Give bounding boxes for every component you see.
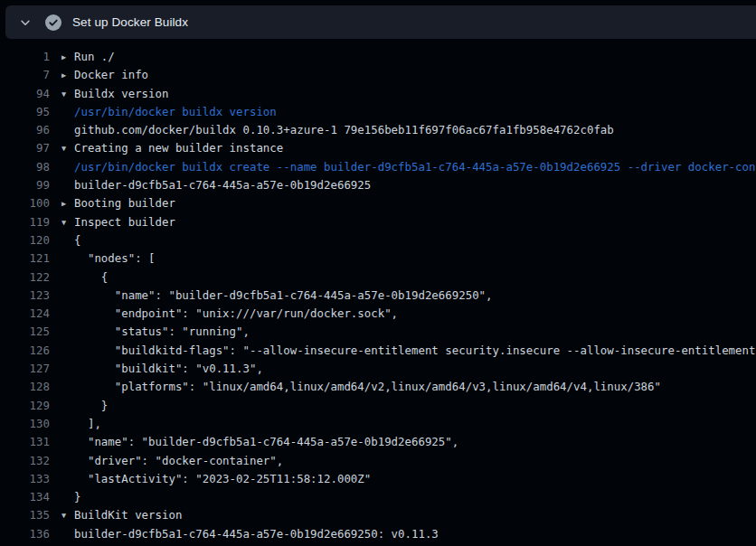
step-header[interactable]: Set up Docker Buildx (5, 5, 756, 39)
log-line: 121 "nodes": [ (0, 249, 756, 268)
group-toggle-arrow (61, 305, 74, 323)
log-line-number[interactable]: 135 (0, 506, 50, 524)
group-expand-arrow[interactable]: ▶ (61, 48, 74, 66)
log-line-text: /usr/bin/docker buildx create --name bui… (74, 158, 756, 176)
log-line: 128 "platforms": "linux/amd64,linux/amd6… (0, 378, 756, 396)
group-collapse-arrow[interactable]: ▼ (61, 213, 74, 231)
log-line: 124 "endpoint": "unix:///var/run/docker.… (0, 305, 756, 323)
log-line-text: "status": "running", (74, 323, 250, 341)
log-line-text: } (74, 488, 80, 506)
group-toggle-arrow (61, 342, 74, 360)
group-toggle-arrow (61, 397, 74, 415)
log-line: 95 /usr/bin/docker buildx version (0, 103, 756, 121)
group-expand-arrow[interactable]: ▶ (61, 66, 74, 84)
log-line-number[interactable]: 100 (0, 194, 50, 212)
log-line-number[interactable]: 97 (0, 139, 50, 157)
log-line-number[interactable]: 95 (0, 103, 50, 121)
group-toggle-arrow (61, 323, 74, 341)
log-line-number[interactable]: 126 (0, 342, 50, 360)
log-line-number[interactable]: 125 (0, 323, 50, 341)
group-toggle-arrow (61, 158, 74, 176)
log-line-text: "platforms": "linux/amd64,linux/amd64/v2… (74, 378, 661, 396)
log-line-text: } (74, 397, 108, 415)
group-toggle-arrow (61, 378, 74, 396)
log-line-text: github.com/docker/buildx 0.10.3+azure-1 … (74, 121, 614, 139)
group-collapse-arrow[interactable]: ▼ (61, 506, 74, 524)
log-line: 120 { (0, 231, 756, 249)
log-line-number[interactable]: 121 (0, 249, 50, 268)
log-line: 100 ▶ Booting builder (0, 194, 756, 212)
log-line: 94 ▼ Buildx version (0, 85, 756, 103)
log-line-number[interactable]: 130 (0, 415, 50, 433)
log-line-text: Buildx version (74, 85, 168, 103)
log-line-text: Creating a new builder instance (74, 139, 283, 157)
log-line-number[interactable]: 122 (0, 268, 50, 287)
group-toggle-arrow (61, 268, 74, 287)
log-line-number[interactable]: 129 (0, 397, 50, 415)
group-toggle-arrow (61, 415, 74, 433)
log-line-text: "name": "builder-d9cfb5a1-c764-445a-a57e… (74, 287, 493, 305)
log-line-text: "nodes": [ (74, 249, 156, 268)
group-toggle-arrow (61, 231, 74, 249)
log-line-text: "buildkit": "v0.11.3", (74, 360, 263, 378)
log-line-number[interactable]: 94 (0, 85, 50, 103)
log-line-number[interactable]: 96 (0, 121, 50, 139)
log-line-text: "name": "builder-d9cfb5a1-c764-445a-a57e… (74, 433, 458, 451)
chevron-down-icon[interactable] (18, 15, 33, 30)
group-toggle-arrow (61, 470, 74, 488)
log-line-number[interactable]: 124 (0, 305, 50, 323)
log-line-text: Run ./ (74, 48, 115, 66)
log-line-number[interactable]: 128 (0, 378, 50, 396)
group-toggle-arrow (61, 452, 74, 470)
log-line: 7 ▶ Docker info (0, 66, 756, 84)
log-line-number[interactable]: 133 (0, 470, 50, 488)
log-line: 122 { (0, 268, 756, 287)
log-line-number[interactable]: 131 (0, 433, 50, 451)
log-line-text: "lastActivity": "2023-02-25T11:58:12.000… (74, 470, 371, 488)
log-line-number[interactable]: 134 (0, 488, 50, 506)
log-line-number[interactable]: 1 (0, 48, 50, 66)
log-line-number[interactable]: 120 (0, 231, 50, 249)
log-line-text: Booting builder (74, 194, 175, 212)
log-line: 96 github.com/docker/buildx 0.10.3+azure… (0, 121, 756, 139)
log-line-text: /usr/bin/docker buildx version (74, 103, 277, 121)
log-line-number[interactable]: 127 (0, 360, 50, 378)
log-line: 134 } (0, 488, 756, 506)
log-line: 123 "name": "builder-d9cfb5a1-c764-445a-… (0, 287, 756, 305)
log-line: 126 "buildkitd-flags": "--allow-insecure… (0, 342, 756, 360)
log-line: 133 "lastActivity": "2023-02-25T11:58:12… (0, 470, 756, 488)
log-line-text: "buildkitd-flags": "--allow-insecure-ent… (74, 342, 756, 360)
log-line: 127 "buildkit": "v0.11.3", (0, 360, 756, 378)
log-line: 136 builder-d9cfb5a1-c764-445a-a57e-0b19… (0, 525, 756, 543)
log-line: 135 ▼ BuildKit version (0, 506, 756, 524)
log-line: 129 } (0, 397, 756, 415)
log-line: 131 "name": "builder-d9cfb5a1-c764-445a-… (0, 433, 756, 451)
log-line-number[interactable]: 119 (0, 213, 50, 231)
log-line-text: Inspect builder (74, 213, 175, 231)
log-line-number[interactable]: 132 (0, 452, 50, 470)
log-line-text: builder-d9cfb5a1-c764-445a-a57e-0b19d2e6… (74, 525, 439, 543)
log-container: 1 ▶ Run ./ 7 ▶ Docker info 94 ▼ Buildx v… (0, 39, 756, 543)
log-line-number[interactable]: 98 (0, 158, 50, 176)
log-line-number[interactable]: 123 (0, 287, 50, 305)
group-toggle-arrow (61, 433, 74, 451)
group-collapse-arrow[interactable]: ▼ (61, 139, 74, 157)
group-expand-arrow[interactable]: ▶ (61, 194, 74, 212)
log-line-text: "endpoint": "unix:///var/run/docker.sock… (74, 305, 398, 323)
log-line: 125 "status": "running", (0, 323, 756, 341)
log-line-number[interactable]: 7 (0, 66, 50, 84)
log-line-number[interactable]: 99 (0, 176, 50, 194)
group-collapse-arrow[interactable]: ▼ (61, 85, 74, 103)
step-title: Set up Docker Buildx (72, 15, 188, 29)
log-line-text: { (74, 231, 80, 249)
group-toggle-arrow (61, 176, 74, 194)
group-toggle-arrow (61, 488, 74, 506)
success-check-icon (45, 14, 61, 31)
group-toggle-arrow (61, 103, 74, 121)
log-line-text: "driver": "docker-container", (74, 452, 283, 470)
group-toggle-arrow (61, 249, 74, 268)
log-line: 132 "driver": "docker-container", (0, 452, 756, 470)
log-line-number[interactable]: 136 (0, 525, 50, 543)
group-toggle-arrow (61, 360, 74, 378)
log-line: 98 /usr/bin/docker buildx create --name … (0, 158, 756, 176)
